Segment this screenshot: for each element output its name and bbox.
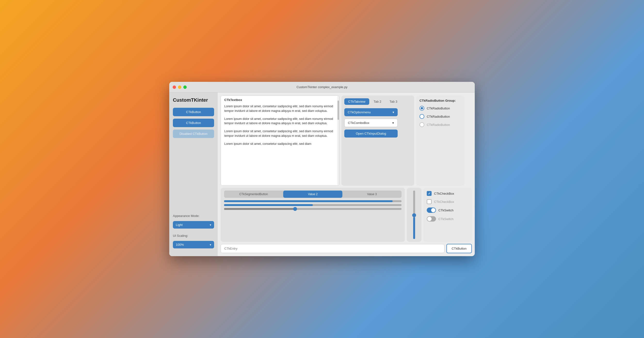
segmented-button: CTkSegmentedButton Value 2 Value 3 <box>224 190 402 198</box>
radio-button-1[interactable] <box>420 106 424 111</box>
vertical-slider-container <box>407 188 422 242</box>
tab-3[interactable]: Tab 3 <box>386 98 401 105</box>
switch-item-2: CTkSwitch <box>427 216 468 221</box>
switch-2 <box>427 216 436 221</box>
checkbox-item-2: CTkCheckBox <box>427 199 468 204</box>
appearance-dropdown[interactable]: Light ▾ <box>173 221 214 229</box>
option-menu-label: CTkOptionmenu <box>348 110 371 114</box>
checkbox-2-label: CTkCheckBox <box>434 200 454 204</box>
switch-2-thumb <box>427 217 432 221</box>
seg-item-2[interactable]: Value 2 <box>283 190 342 198</box>
seg-item-1[interactable]: CTkSegmentedButton <box>224 190 283 198</box>
checkbox-2[interactable] <box>427 199 432 204</box>
vertical-slider[interactable] <box>413 190 415 239</box>
main-content: CustomTKinter CTkButton CTkButton Disabl… <box>169 93 475 256</box>
radio-label-3: CTkRadioButton <box>427 123 450 127</box>
textbox-panel: CTkTextbox Lorem ipsum dolor sit amet, c… <box>221 95 340 186</box>
radio-group-title: CTkRadioButton Group: <box>420 99 461 102</box>
textbox-content[interactable]: Lorem ipsum dolor sit amet, consetetur s… <box>221 103 339 183</box>
ui-scaling-label: UI Scaling: <box>173 234 214 237</box>
app-window: CustomTkinter complex_example.py CustomT… <box>169 82 475 256</box>
slider-row-3 <box>224 208 402 210</box>
slider-2[interactable] <box>224 204 402 206</box>
ctk-entry[interactable] <box>221 244 444 253</box>
sliders-area: CTkSegmentedButton Value 2 Value 3 <box>221 188 472 242</box>
maximize-button[interactable] <box>183 85 187 89</box>
input-dialog-button[interactable]: Open CTkInputDialog <box>344 130 398 138</box>
ctk-button-1[interactable]: CTkButton <box>173 108 214 116</box>
entry-button[interactable]: CTkButton <box>446 244 472 253</box>
switch-item-1: CTkSwitch <box>427 207 468 213</box>
tab-bar: CTkTabview Tab 2 Tab 3 <box>344 98 411 105</box>
close-button[interactable] <box>173 85 176 89</box>
slider-row-1 <box>224 200 402 202</box>
textbox-para-2: Lorem ipsum dolor sit amet, consetetur s… <box>224 117 336 126</box>
seg-item-3[interactable]: Value 3 <box>342 190 402 198</box>
textbox-para-3: Lorem ipsum dolor sit amet, consetetur s… <box>224 129 336 138</box>
combo-box-label: CTkComboBox <box>348 121 369 125</box>
switch-1-label: CTkSwitch <box>438 208 454 212</box>
option-menu-button[interactable]: CTkOptionmenu ▾ <box>344 108 398 116</box>
scrollbar-track <box>337 96 339 185</box>
textbox-para-1: Lorem ipsum dolor sit amet, consetetur s… <box>224 104 336 113</box>
slider-1[interactable] <box>224 200 402 202</box>
minimize-button[interactable] <box>178 85 181 89</box>
radio-panel: CTkRadioButton Group: CTkRadioButton CTk… <box>416 95 464 186</box>
slider-1-fill <box>224 200 392 202</box>
window-title: CustomTkinter complex_example.py <box>296 85 348 89</box>
appearance-mode-label: Appearance Mode: <box>173 214 214 218</box>
scaling-dropdown[interactable]: 100% ▾ <box>173 241 214 248</box>
checkbox-item-1: ✓ CTkCheckBox <box>427 191 468 196</box>
scaling-arrow: ▾ <box>210 243 211 246</box>
scrollbar-thumb[interactable] <box>338 101 339 120</box>
combo-box-arrow: ▾ <box>392 121 394 125</box>
tab-2[interactable]: Tab 2 <box>370 98 385 105</box>
radio-label-1: CTkRadioButton <box>427 107 450 110</box>
right-area: CTkTextbox Lorem ipsum dolor sit amet, c… <box>218 93 475 256</box>
checkbox-1[interactable]: ✓ <box>427 191 432 196</box>
switch-2-label: CTkSwitch <box>438 217 454 221</box>
radio-button-3 <box>420 122 424 127</box>
switch-1[interactable] <box>427 207 436 213</box>
slider-3[interactable] <box>224 208 402 210</box>
bottom-section: CTkSegmentedButton Value 2 Value 3 <box>218 188 475 256</box>
slider-row-2 <box>224 204 402 206</box>
combo-box-button[interactable]: CTkComboBox ▾ <box>344 119 398 127</box>
switch-1-thumb <box>431 208 436 212</box>
tab-ctktabview[interactable]: CTkTabview <box>344 98 369 105</box>
scaling-value: 100% <box>176 243 184 246</box>
checkbox-1-label: CTkCheckBox <box>434 192 454 195</box>
sidebar: CustomTKinter CTkButton CTkButton Disabl… <box>169 93 218 256</box>
app-logo: CustomTKinter <box>173 97 214 103</box>
sliders-container: CTkSegmentedButton Value 2 Value 3 <box>221 188 405 242</box>
window-controls <box>173 85 187 89</box>
v-slider-thumb[interactable] <box>412 213 416 217</box>
radio-button-2[interactable] <box>420 114 424 119</box>
entry-row: CTkButton <box>221 244 472 253</box>
slider-2-fill <box>224 204 313 206</box>
tab-content: CTkOptionmenu ▾ CTkComboBox ▾ Open CTkIn… <box>344 108 411 138</box>
tabview-container: CTkTabview Tab 2 Tab 3 CTkOptionmenu ▾ C… <box>342 95 414 186</box>
appearance-arrow: ▾ <box>210 223 211 227</box>
textbox-para-4: Lorem ipsum dolor sit amet, consetetur s… <box>224 142 336 146</box>
ctk-button-2[interactable]: CTkButton <box>173 119 214 127</box>
radio-item-1[interactable]: CTkRadioButton <box>420 106 461 111</box>
checkbox-panel: ✓ CTkCheckBox CTkCheckBox <box>423 188 472 242</box>
ctk-button-disabled: Disabled CTkButton <box>173 130 214 138</box>
radio-item-3: CTkRadioButton <box>420 122 461 127</box>
top-section: CTkTextbox Lorem ipsum dolor sit amet, c… <box>218 93 475 188</box>
textbox-header: CTkTextbox <box>221 96 339 103</box>
radio-item-2[interactable]: CTkRadioButton <box>420 114 461 119</box>
appearance-value: Light <box>176 223 182 227</box>
titlebar: CustomTkinter complex_example.py <box>169 82 475 93</box>
slider-3-thumb[interactable] <box>293 207 297 211</box>
radio-label-2: CTkRadioButton <box>427 115 450 118</box>
checkbox-1-check: ✓ <box>428 192 431 195</box>
option-menu-arrow: ▾ <box>392 110 394 114</box>
middle-panel: CTkTabview Tab 2 Tab 3 CTkOptionmenu ▾ C… <box>342 95 414 186</box>
v-slider-fill <box>413 217 415 239</box>
